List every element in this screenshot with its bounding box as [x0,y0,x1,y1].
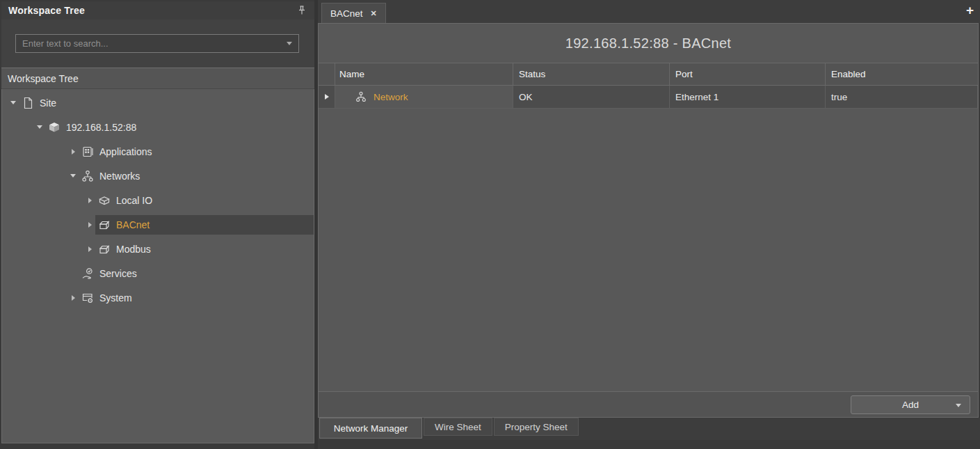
tree-item-label: System [99,292,132,304]
view-tab-strip: Network Manager Wire Sheet Property Shee… [318,418,980,440]
tree-item-label: Modbus [116,244,151,255]
tree-section-title: Workspace Tree [8,73,79,84]
pin-icon[interactable] [296,4,307,17]
tree-item-label: Networks [99,171,140,182]
expander-icon[interactable] [67,295,79,301]
tab-property-sheet[interactable]: Property Sheet [494,418,579,436]
column-header-status[interactable]: Status [513,63,670,85]
network-manager-view: 192.168.1.52:88 - BACnet Name Status Por… [318,23,979,418]
new-tab-button[interactable]: + [966,3,974,17]
application-window: Workspace Tree Enter text to search... W… [0,0,980,449]
column-header-gutter [319,63,335,85]
panel-title-bar: Workspace Tree [1,1,314,19]
expander-icon[interactable] [84,198,95,203]
tree-item-modbus[interactable]: Modbus [2,237,314,261]
expander-icon[interactable] [8,101,19,104]
services-icon [80,267,95,281]
tree-item-services[interactable]: Services [2,261,314,285]
tab-bacnet[interactable]: BACnet ✕ [321,3,386,23]
cell-port[interactable]: Ethernet 1 [670,86,826,108]
row-marker-icon [325,94,329,100]
tree-area: Site 192.168.1.52:88 [1,89,314,443]
device-icon [47,120,62,134]
cell-name[interactable]: Network [335,86,513,108]
expander-icon[interactable] [67,174,79,178]
table-header: Name Status Port Enabled [319,63,978,86]
table-row[interactable]: Network OK Ethernet 1 true [319,86,978,109]
network-icon [353,90,369,103]
tree-item-local-io[interactable]: Local IO [2,188,314,212]
tree-item-device[interactable]: 192.168.1.52:88 [2,115,314,139]
search-placeholder: Enter text to search... [22,38,287,49]
tree-item-label: Applications [99,146,152,157]
add-button-label: Add [902,400,919,410]
panel-title: Workspace Tree [8,5,296,16]
applications-icon [80,145,95,159]
column-header-enabled[interactable]: Enabled [826,63,978,85]
table-empty-area [319,109,978,391]
tab-wire-sheet[interactable]: Wire Sheet [424,418,492,436]
document-icon [20,96,35,110]
cell-name-text: Network [373,92,408,102]
add-button[interactable]: Add [851,395,970,414]
expander-icon[interactable] [34,125,45,129]
tree-item-label: BACnet [116,219,150,230]
close-icon[interactable]: ✕ [371,10,377,17]
io-module-icon [97,194,112,207]
tree-item-networks[interactable]: Networks [2,164,314,188]
expander-icon[interactable] [84,246,95,252]
action-bar: Add [319,391,978,417]
tree-item-bacnet[interactable]: BACnet [2,212,314,237]
tree-item-label: Local IO [116,195,152,206]
column-header-name[interactable]: Name [335,63,513,85]
network-icon [80,169,95,183]
tree-item-system[interactable]: System [2,285,314,310]
tab-label: BACnet [330,8,363,19]
column-header-port[interactable]: Port [670,63,826,85]
document-tab-strip: BACnet ✕ + [318,0,980,23]
tree-item-label: 192.168.1.52:88 [66,122,136,133]
tab-network-manager[interactable]: Network Manager [319,418,422,439]
tree-item-site[interactable]: Site [2,90,314,115]
tree-item-label: Site [40,97,56,109]
cell-enabled[interactable]: true [826,86,978,108]
search-input[interactable]: Enter text to search... [15,34,299,53]
row-selector-cell[interactable] [319,86,335,108]
protocol-device-icon [97,242,112,256]
expander-icon[interactable] [67,149,79,155]
protocol-device-icon [97,218,112,232]
tree-section-header: Workspace Tree [1,68,314,89]
chevron-down-icon[interactable] [287,42,292,45]
workspace-tree-panel: Workspace Tree Enter text to search... W… [1,1,314,443]
tree-item-label: Services [99,268,137,279]
view-title: 192.168.1.52:88 - BACnet [319,24,978,63]
system-icon [80,291,95,305]
chevron-down-icon[interactable] [956,404,961,407]
expander-icon[interactable] [84,222,95,228]
cell-status[interactable]: OK [513,86,670,108]
search-region: Enter text to search... [1,19,314,68]
tree-item-applications[interactable]: Applications [2,139,314,164]
